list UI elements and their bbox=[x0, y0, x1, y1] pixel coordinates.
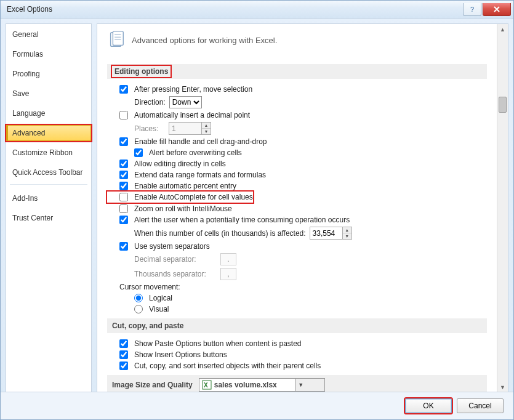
sidebar-item-advanced[interactable]: Advanced bbox=[6, 125, 91, 141]
sidebar-item-trust-center[interactable]: Trust Center bbox=[6, 210, 91, 226]
content-panel: Advanced options for working with Excel.… bbox=[97, 23, 508, 393]
thou-sep-value: , bbox=[220, 268, 236, 280]
show-paste-label: Show Paste Options button when content i… bbox=[134, 339, 302, 348]
opt-use-sep: Use system separators bbox=[107, 241, 487, 252]
opt-show-insert: Show Insert Options buttons bbox=[107, 349, 487, 360]
auto-percent-checkbox[interactable] bbox=[119, 182, 128, 190]
category-sidebar: General Formulas Proofing Save Language … bbox=[6, 23, 92, 393]
opt-fill-handle: Enable fill handle and cell drag-and-dro… bbox=[107, 136, 487, 147]
fill-handle-checkbox[interactable] bbox=[119, 137, 128, 146]
autocomplete-checkbox[interactable] bbox=[119, 193, 128, 201]
sidebar-separator bbox=[10, 184, 87, 185]
places-label: Places: bbox=[134, 124, 165, 133]
cursor-movement-label: Cursor movement: bbox=[107, 281, 487, 293]
opt-after-enter: After pressing Enter, move selection bbox=[107, 84, 487, 95]
window-controls: ? bbox=[462, 3, 511, 16]
show-insert-checkbox[interactable] bbox=[119, 350, 128, 359]
autocomplete-label: Enable AutoComplete for cell values bbox=[134, 193, 253, 201]
opt-auto-percent: Enable automatic percent entry bbox=[107, 180, 487, 192]
auto-percent-label: Enable automatic percent entry bbox=[134, 182, 236, 190]
scroll-thumb[interactable] bbox=[499, 97, 507, 113]
cells-affected-input[interactable] bbox=[310, 227, 342, 239]
opt-thou-sep: Thousands separator: , bbox=[107, 267, 487, 281]
zoom-roll-checkbox[interactable] bbox=[119, 204, 128, 213]
image-quality-file-name: sales volume.xlsx bbox=[214, 381, 295, 389]
cancel-button[interactable]: Cancel bbox=[457, 398, 504, 413]
opt-cut-copy-obj: Cut, copy, and sort inserted objects wit… bbox=[107, 360, 487, 371]
sidebar-item-save[interactable]: Save bbox=[6, 86, 91, 102]
cursor-visual-label: Visual bbox=[149, 305, 169, 313]
cursor-logical-label: Logical bbox=[149, 294, 172, 302]
sidebar-item-customize-ribbon[interactable]: Customize Ribbon bbox=[6, 145, 91, 161]
alert-overwrite-checkbox[interactable] bbox=[134, 148, 143, 157]
chevron-down-icon[interactable]: ▼ bbox=[295, 379, 324, 391]
cursor-visual-radio[interactable] bbox=[134, 305, 143, 313]
svg-rect-2 bbox=[113, 31, 123, 46]
use-sep-label: Use system separators bbox=[134, 242, 210, 251]
opt-alert-time: Alert the user when a potentially time c… bbox=[107, 214, 487, 225]
show-paste-checkbox[interactable] bbox=[119, 339, 128, 348]
spinner-down[interactable]: ▼ bbox=[343, 233, 351, 239]
fill-handle-label: Enable fill handle and cell drag-and-dro… bbox=[134, 137, 267, 146]
cells-affected-label: When this number of cells (in thousands)… bbox=[134, 229, 306, 238]
sidebar-item-general[interactable]: General bbox=[6, 26, 91, 42]
svg-text:X: X bbox=[204, 382, 208, 389]
excel-file-icon: X bbox=[202, 380, 212, 390]
window-title: Excel Options bbox=[7, 5, 52, 14]
opt-cursor-visual: Visual bbox=[107, 304, 487, 315]
thou-sep-label: Thousands separator: bbox=[134, 270, 213, 278]
extend-range-label: Extend data range formats and formulas bbox=[134, 171, 266, 179]
close-button[interactable] bbox=[483, 3, 511, 16]
zoom-roll-label: Zoom on roll with IntelliMouse bbox=[134, 204, 232, 213]
opt-allow-edit: Allow editing directly in cells bbox=[107, 158, 487, 169]
opt-cursor-logical: Logical bbox=[107, 293, 487, 304]
section-editing-label: Editing options bbox=[112, 66, 171, 77]
alert-overwrite-label: Alert before overwriting cells bbox=[149, 148, 242, 157]
sidebar-item-addins[interactable]: Add-Ins bbox=[6, 190, 91, 206]
scroll-up-arrow[interactable]: ▲ bbox=[497, 24, 508, 34]
ok-button[interactable]: OK bbox=[405, 398, 452, 413]
use-sep-checkbox[interactable] bbox=[119, 242, 128, 251]
places-input bbox=[169, 123, 201, 134]
allow-edit-checkbox[interactable] bbox=[119, 160, 128, 168]
opt-show-paste: Show Paste Options button when content i… bbox=[107, 338, 487, 349]
page-subtitle: Advanced options for working with Excel. bbox=[132, 36, 277, 45]
image-quality-file-combo[interactable]: X sales volume.xlsx ▼ bbox=[199, 378, 325, 392]
after-enter-label: After pressing Enter, move selection bbox=[134, 85, 252, 94]
titlebar: Excel Options ? bbox=[1, 1, 513, 18]
section-cut-copy-paste: Cut, copy, and paste bbox=[107, 318, 487, 333]
auto-decimal-checkbox[interactable] bbox=[119, 111, 128, 119]
alert-time-label: Alert the user when a potentially time c… bbox=[134, 216, 350, 224]
alert-time-checkbox[interactable] bbox=[119, 216, 128, 224]
opt-alert-overwrite: Alert before overwriting cells bbox=[107, 147, 487, 158]
sidebar-item-formulas[interactable]: Formulas bbox=[6, 46, 91, 62]
cut-copy-obj-checkbox[interactable] bbox=[119, 361, 128, 370]
allow-edit-label: Allow editing directly in cells bbox=[134, 160, 226, 168]
sidebar-item-quick-access[interactable]: Quick Access Toolbar bbox=[6, 164, 91, 180]
places-spinner: ▲▼ bbox=[169, 122, 211, 135]
direction-select[interactable]: Down bbox=[169, 96, 202, 108]
after-enter-checkbox[interactable] bbox=[119, 85, 128, 94]
section-image-quality: Image Size and Quality X sales volume.xl… bbox=[107, 375, 487, 392]
help-button[interactable]: ? bbox=[463, 3, 481, 16]
spinner-up[interactable]: ▲ bbox=[343, 227, 351, 233]
direction-label: Direction: bbox=[134, 98, 166, 107]
auto-decimal-label: Automatically insert a decimal point bbox=[134, 111, 250, 119]
opt-auto-decimal: Automatically insert a decimal point bbox=[107, 110, 487, 121]
vertical-scrollbar[interactable]: ▲ ▼ bbox=[497, 24, 508, 392]
extend-range-checkbox[interactable] bbox=[119, 171, 128, 179]
excel-options-dialog: Excel Options ? General Formulas Proofin… bbox=[0, 0, 514, 420]
opt-zoom-roll: Zoom on roll with IntelliMouse bbox=[107, 203, 487, 214]
dialog-footer: OK Cancel bbox=[1, 392, 513, 419]
opt-autocomplete: Enable AutoComplete for cell values bbox=[107, 192, 253, 203]
sidebar-item-language[interactable]: Language bbox=[6, 105, 91, 121]
show-insert-label: Show Insert Options buttons bbox=[134, 350, 227, 359]
page-header: Advanced options for working with Excel. bbox=[107, 30, 487, 50]
cells-affected-spinner[interactable]: ▲▼ bbox=[310, 227, 352, 240]
opt-extend-range: Extend data range formats and formulas bbox=[107, 169, 487, 180]
cursor-logical-radio[interactable] bbox=[134, 294, 143, 302]
sidebar-item-proofing[interactable]: Proofing bbox=[6, 66, 91, 82]
image-quality-label: Image Size and Quality bbox=[112, 381, 193, 389]
cut-copy-obj-label: Cut, copy, and sort inserted objects wit… bbox=[134, 361, 321, 370]
scroll-down-arrow[interactable]: ▼ bbox=[497, 382, 508, 392]
